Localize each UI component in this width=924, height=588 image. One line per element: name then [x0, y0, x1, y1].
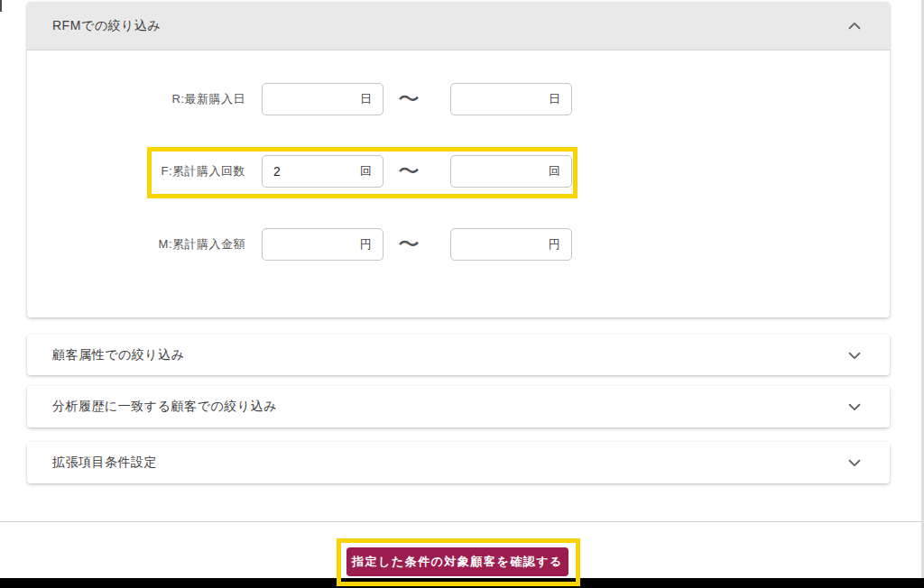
customer-attributes-panel: 顧客属性での絞り込み — [27, 335, 890, 375]
unit-label-times: 回 — [360, 163, 372, 179]
confirm-target-customers-button[interactable]: 指定した条件の対象顧客を確認する — [346, 547, 568, 576]
chevron-down-icon[interactable] — [846, 399, 863, 415]
top-left-edge-artifact — [0, 0, 2, 12]
analysis-history-panel: 分析履歴に一致する顧客での絞り込み — [27, 386, 890, 427]
rfm-recency-from-input[interactable]: 日 — [262, 83, 383, 115]
customer-attributes-panel-header[interactable]: 顧客属性での絞り込み — [27, 335, 890, 375]
chevron-down-icon[interactable] — [846, 347, 863, 363]
analysis-history-panel-title: 分析履歴に一致する顧客での絞り込み — [52, 399, 277, 415]
bottom-black-bar — [0, 578, 924, 588]
range-tilde: 〜 — [383, 83, 434, 115]
rfm-frequency-from-input[interactable]: 2 回 — [262, 155, 383, 188]
rfm-monetary-label: M:累計購入金額 — [27, 236, 245, 253]
rfm-frequency-label: F:累計購入回数 — [27, 163, 245, 179]
rfm-monetary-to-input[interactable]: 円 — [450, 228, 572, 261]
chevron-down-icon[interactable] — [846, 455, 863, 471]
footer-divider — [0, 521, 924, 522]
extended-items-panel-header[interactable]: 拡張項目条件設定 — [27, 442, 890, 483]
rfm-monetary-from-input[interactable]: 円 — [262, 228, 383, 261]
rfm-recency-to-input[interactable]: 日 — [450, 83, 572, 115]
rfm-row-recency: R:最新購入日 日 〜 日 — [27, 83, 572, 115]
rfm-panel-header[interactable]: RFMでの絞り込み — [27, 2, 890, 51]
unit-label-yen: 円 — [360, 236, 372, 253]
rfm-row-frequency: F:累計購入回数 2 回 〜 回 — [27, 155, 572, 188]
rfm-filter-panel: RFMでの絞り込み R:最新購入日 日 〜 日 F:累計購入回数 — [27, 2, 890, 317]
unit-label-days: 日 — [360, 91, 372, 107]
rfm-recency-label: R:最新購入日 — [27, 91, 245, 107]
extended-items-panel: 拡張項目条件設定 — [27, 442, 890, 483]
range-tilde: 〜 — [383, 228, 434, 261]
unit-label-days: 日 — [549, 91, 560, 107]
customer-attributes-panel-title: 顧客属性での絞り込み — [52, 347, 184, 363]
analysis-history-panel-header[interactable]: 分析履歴に一致する顧客での絞り込み — [27, 386, 890, 427]
rfm-row-monetary: M:累計購入金額 円 〜 円 — [27, 228, 572, 261]
filter-settings-page: RFMでの絞り込み R:最新購入日 日 〜 日 F:累計購入回数 — [0, 0, 924, 588]
rfm-frequency-to-input[interactable]: 回 — [450, 155, 572, 188]
rfm-panel-title: RFMでの絞り込み — [52, 18, 161, 34]
extended-items-panel-title: 拡張項目条件設定 — [52, 455, 157, 471]
chevron-up-icon[interactable] — [846, 18, 863, 34]
range-tilde: 〜 — [383, 155, 434, 188]
unit-label-times: 回 — [549, 163, 560, 179]
rfm-panel-body: R:最新購入日 日 〜 日 F:累計購入回数 2 回 〜 — [27, 51, 890, 317]
input-value: 2 — [273, 164, 281, 179]
unit-label-yen: 円 — [549, 236, 560, 253]
